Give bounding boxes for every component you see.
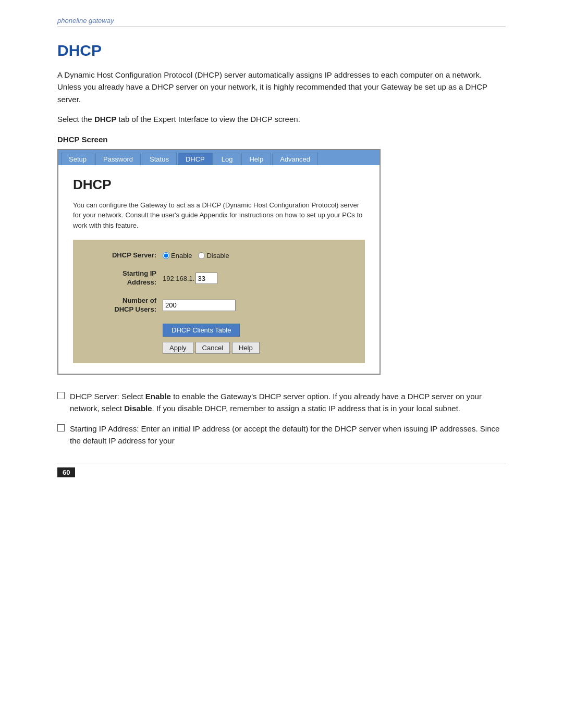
num-users-row: Number ofDHCP Users: <box>83 297 354 314</box>
starting-ip-label: Starting IPAddress: <box>83 269 156 287</box>
list-item: DHCP Server: Select Enable to enable the… <box>57 390 506 415</box>
footer: 60 <box>57 463 506 477</box>
apply-button[interactable]: Apply <box>163 342 193 354</box>
brand-link[interactable]: phoneline gateway <box>57 17 114 24</box>
bullet-list: DHCP Server: Select Enable to enable the… <box>57 390 506 447</box>
screen-description: You can configure the Gateway to act as … <box>73 200 365 231</box>
tab-status[interactable]: Status <box>142 153 177 165</box>
ip-input[interactable] <box>195 273 217 284</box>
select-bold: DHCP <box>94 115 117 124</box>
header: phoneline gateway <box>57 16 506 27</box>
page-title: DHCP <box>57 42 506 59</box>
num-users-label: Number ofDHCP Users: <box>83 297 156 314</box>
dhcp-server-options: Enable Disable <box>163 252 229 260</box>
dhcp-server-row: DHCP Server: Enable Disable <box>83 251 354 260</box>
users-input[interactable] <box>163 300 236 311</box>
action-buttons: Apply Cancel Help <box>163 342 354 354</box>
starting-ip-row: Starting IPAddress: 192.168.1. <box>83 269 354 287</box>
tab-dhcp[interactable]: DHCP <box>178 153 213 165</box>
ip-field-group: 192.168.1. <box>163 273 217 284</box>
tab-help[interactable]: Help <box>241 153 271 165</box>
page-number: 60 <box>57 467 75 477</box>
disable-label: Disable <box>206 252 229 260</box>
cancel-button[interactable]: Cancel <box>195 342 230 354</box>
enable-strong: Enable <box>145 392 171 401</box>
tab-advanced[interactable]: Advanced <box>272 153 318 165</box>
tab-password[interactable]: Password <box>95 153 141 165</box>
form-area: DHCP Server: Enable Disable St <box>73 240 365 363</box>
enable-radio[interactable] <box>163 252 169 259</box>
intro-text: A Dynamic Host Configuration Protocol (D… <box>57 69 506 105</box>
select-text: Select the DHCP tab of the Expert Interf… <box>57 115 506 124</box>
clients-table-button[interactable]: DHCP Clients Table <box>163 324 240 337</box>
tab-setup[interactable]: Setup <box>61 153 94 165</box>
dhcp-server-label: DHCP Server: <box>83 251 156 260</box>
enable-radio-label[interactable]: Enable <box>163 252 192 260</box>
help-button[interactable]: Help <box>232 342 260 354</box>
screen-content: DHCP You can configure the Gateway to ac… <box>58 165 380 374</box>
ip-prefix: 192.168.1. <box>163 275 194 282</box>
screen-page-title: DHCP <box>73 177 365 193</box>
bullet-icon-1 <box>57 392 65 399</box>
nav-tabs: Setup Password Status DHCP Log Help Adva… <box>58 150 380 165</box>
bullet-icon-2 <box>57 424 65 431</box>
list-item: Starting IP Address: Enter an initial IP… <box>57 423 506 447</box>
dhcp-screen-box: Setup Password Status DHCP Log Help Adva… <box>57 149 381 375</box>
enable-label: Enable <box>171 252 192 260</box>
bullet-text-1: DHCP Server: Select Enable to enable the… <box>70 390 506 415</box>
tab-log[interactable]: Log <box>214 153 241 165</box>
disable-radio[interactable] <box>198 252 205 259</box>
disable-radio-label[interactable]: Disable <box>198 252 229 260</box>
disable-strong: Disable <box>124 404 152 413</box>
bullet-text-2: Starting IP Address: Enter an initial IP… <box>70 423 506 447</box>
screen-label: DHCP Screen <box>57 135 506 144</box>
